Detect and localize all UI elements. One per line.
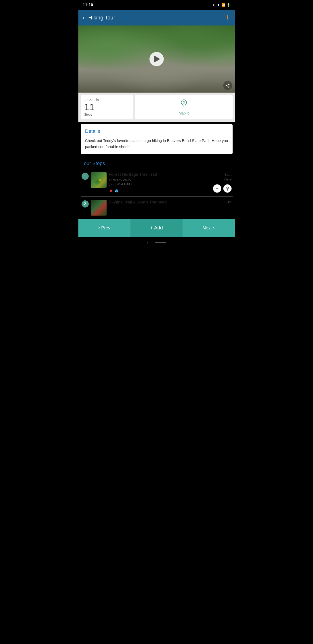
duration-card: 1 h 21 min 11 Stops	[81, 95, 133, 120]
stop-meta-2: 3m	[227, 200, 232, 204]
system-back-icon[interactable]: ‹	[147, 240, 148, 245]
tour-stop-1: 1 Forest Heritage Tree Trail 4350 OK-259…	[81, 169, 233, 197]
stop-number-2: 2	[81, 200, 89, 208]
info-cards-row: 1 h 21 min 11 Stops Map It	[78, 92, 235, 122]
wifi-icon: ▼	[217, 3, 220, 7]
status-bar: 11:10 ⊖ ▼ 📶 🔋	[78, 0, 235, 10]
next-label: Next	[203, 226, 212, 230]
system-navigation: ‹	[78, 237, 235, 248]
signal-icon: 📶	[221, 3, 225, 7]
hero-video-area[interactable]	[78, 26, 235, 92]
svg-point-1	[183, 102, 185, 103]
stop-info-1: Forest Heritage Tree Trail 4350 OK-259A …	[109, 172, 211, 194]
back-button[interactable]: ‹	[82, 13, 86, 22]
next-icon: ›	[213, 226, 215, 230]
stops-count: 11	[84, 102, 95, 112]
stops-label: Stops	[84, 113, 92, 116]
stop-phone-1: (580) 494-6300	[109, 182, 211, 186]
stop-start-label-1: StartHere	[224, 172, 232, 182]
fish-badge-1: 🐟	[114, 188, 120, 193]
details-card: Details Check out Teddy's favorite place…	[81, 124, 233, 154]
prev-icon: ‹	[98, 226, 100, 230]
dnd-icon: ⊖	[213, 3, 216, 7]
app-header: ‹ Hiking Tour 🚶	[78, 10, 235, 26]
stop-badges-1: ★ 🐟	[109, 188, 211, 194]
stop-name-2: Skyline Trail – South Trailhead	[109, 200, 225, 204]
location-icon-1	[225, 186, 230, 191]
tour-stops-section: Tour Stops 1 Forest Heritage Tree Trail …	[78, 156, 235, 219]
prev-button[interactable]: ‹ Prev	[78, 219, 130, 237]
stop-add-button-1[interactable]: +	[213, 184, 221, 193]
bottom-navigation: ‹ Prev + Add Next ›	[78, 219, 235, 237]
stop-distance-2: 3m	[227, 200, 232, 204]
stop-map-button-1[interactable]	[223, 184, 232, 193]
share-icon	[225, 83, 230, 88]
stop-thumbnail-2[interactable]	[91, 200, 107, 216]
battery-icon: 🔋	[227, 3, 230, 7]
play-button[interactable]	[149, 52, 164, 66]
add-button[interactable]: + Add	[130, 219, 183, 237]
svg-point-3	[227, 188, 228, 189]
svg-point-0	[181, 100, 187, 105]
stop-actions-1: +	[213, 184, 232, 193]
stop-thumbnail-1[interactable]	[91, 172, 107, 188]
system-home-indicator[interactable]	[155, 242, 166, 243]
map-it-card[interactable]: Map It	[135, 95, 233, 120]
stop-number-1: 1	[81, 173, 89, 180]
prev-label: Prev	[101, 226, 110, 230]
play-triangle-icon	[154, 56, 160, 62]
status-icons: ⊖ ▼ 📶 🔋	[213, 3, 230, 7]
stop-meta-1: StartHere +	[213, 172, 232, 193]
star-badge-1: ★	[109, 188, 113, 194]
next-button[interactable]: Next ›	[183, 219, 235, 237]
add-label: + Add	[150, 225, 163, 231]
details-title: Details	[85, 128, 228, 134]
map-it-label: Map It	[179, 111, 189, 116]
map-pin-icon	[180, 99, 188, 110]
details-description: Check out Teddy's favorite places to go …	[85, 138, 228, 150]
duration-label: 1 h 21 min	[84, 98, 99, 102]
stop-info-2: Skyline Trail – South Trailhead	[109, 200, 225, 206]
stop-name-1: Forest Heritage Tree Trail	[109, 172, 211, 177]
tour-stop-2: 2 Skyline Trail – South Trailhead 3m	[81, 197, 233, 219]
stop-address-1: 4350 OK-259A	[109, 178, 211, 182]
svg-point-2	[226, 187, 229, 190]
tour-stops-title: Tour Stops	[81, 159, 233, 169]
hiker-icon: 🚶	[225, 14, 231, 21]
status-time: 11:10	[83, 3, 93, 8]
share-button[interactable]	[223, 81, 232, 90]
page-title: Hiking Tour	[88, 14, 225, 21]
